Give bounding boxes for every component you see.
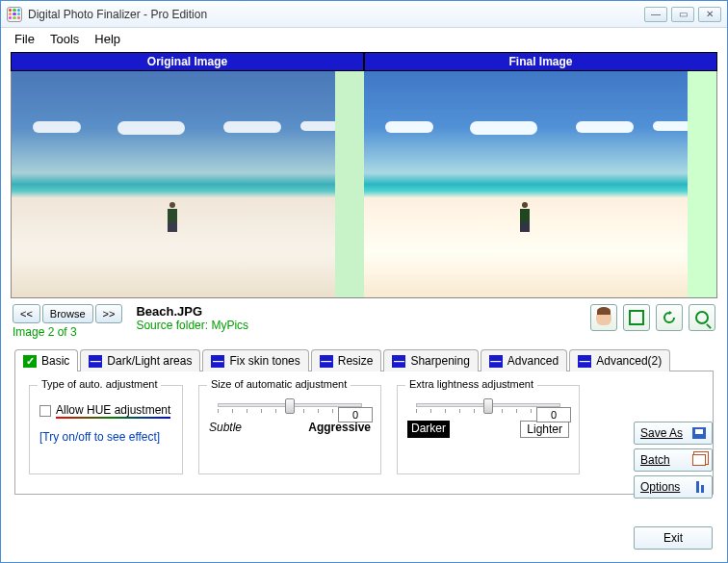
prev-image-button[interactable]: << — [13, 304, 40, 323]
crop-icon — [629, 310, 644, 325]
menu-help[interactable]: Help — [94, 32, 120, 46]
rotate-button[interactable] — [656, 304, 683, 331]
group-title: Extra lightness adjustment — [405, 378, 537, 390]
dash-icon — [489, 355, 503, 368]
light-value-input[interactable]: 0 — [536, 407, 571, 422]
menu-file[interactable]: File — [14, 32, 35, 46]
tab-label: Dark/Light areas — [107, 354, 192, 368]
tab-sharpening[interactable]: Sharpening — [383, 349, 478, 371]
menubar: File Tools Help — [1, 28, 727, 52]
group-lightness-adjustment: Extra lightness adjustment 0 Darker Ligh… — [397, 385, 580, 474]
batch-button[interactable]: Batch — [634, 448, 713, 472]
light-right-label: Lighter — [520, 421, 569, 438]
slider-thumb[interactable] — [285, 398, 295, 414]
crop-button[interactable] — [623, 304, 650, 331]
menu-tools[interactable]: Tools — [50, 32, 79, 46]
original-image-header: Original Image — [11, 52, 364, 71]
allow-hue-checkbox[interactable] — [39, 405, 51, 417]
zoom-icon — [695, 311, 709, 324]
button-label: Options — [640, 480, 680, 494]
close-button[interactable]: ✕ — [698, 7, 721, 22]
toolbar-row: << Browse >> Image 2 of 3 Beach.JPG Sour… — [13, 304, 715, 339]
tab-label: Fix skin tones — [229, 354, 299, 368]
save-as-button[interactable]: Save As — [634, 422, 713, 445]
light-left-label: Darker — [407, 421, 450, 438]
group-size-adjustment: Size of automatic adjustment 0 Subtle Ag… — [198, 385, 381, 474]
tab-skin-tones[interactable]: Fix skin tones — [202, 349, 308, 371]
tab-advanced[interactable]: Advanced — [481, 349, 567, 371]
final-image-header: Final Image — [364, 52, 717, 71]
group-title: Type of auto. adjustment — [38, 378, 161, 390]
allow-hue-label: Allow HUE adjustment — [56, 403, 170, 419]
face-button[interactable] — [590, 304, 617, 331]
slider-thumb[interactable] — [483, 398, 493, 414]
titlebar: Digital Photo Finalizer - Pro Edition — … — [1, 1, 727, 28]
window-title: Digital Photo Finalizer - Pro Edition — [28, 8, 644, 21]
original-image-panel — [12, 71, 364, 297]
source-folder-label: Source folder: MyPics — [136, 319, 248, 332]
zoom-button[interactable] — [689, 304, 715, 331]
tab-row: Basic Dark/Light areas Fix skin tones Re… — [14, 348, 714, 371]
final-image-panel — [364, 71, 716, 297]
tab-label: Basic — [41, 354, 69, 368]
options-icon — [694, 481, 706, 493]
disk-icon — [692, 427, 706, 439]
group-title: Size of automatic adjustment — [207, 378, 351, 390]
tab-content-basic: Type of auto. adjustment Allow HUE adjus… — [14, 371, 714, 495]
size-left-label: Subtle — [209, 421, 242, 434]
tab-label: Advanced(2) — [596, 354, 662, 368]
batch-icon — [692, 454, 706, 466]
dash-icon — [320, 355, 333, 368]
tabs-container: Basic Dark/Light areas Fix skin tones Re… — [14, 348, 714, 495]
group-type-adjustment: Type of auto. adjustment Allow HUE adjus… — [29, 385, 183, 474]
rotate-icon — [662, 310, 677, 325]
dash-icon — [578, 355, 591, 368]
check-icon — [23, 355, 37, 368]
browse-button[interactable]: Browse — [42, 304, 93, 323]
preview-area: Original Image Final Image — [11, 52, 717, 298]
dash-icon — [89, 355, 102, 368]
tab-label: Advanced — [507, 354, 559, 368]
face-icon — [596, 310, 611, 325]
dash-icon — [211, 355, 224, 368]
tab-dark-light[interactable]: Dark/Light areas — [80, 349, 200, 371]
exit-button[interactable]: Exit — [634, 526, 713, 550]
tab-label: Sharpening — [410, 354, 469, 368]
minimize-button[interactable]: — — [644, 7, 667, 22]
tab-label: Resize — [338, 354, 374, 368]
filename-label: Beach.JPG — [136, 304, 248, 319]
button-label: Batch — [640, 453, 670, 467]
tab-basic[interactable]: Basic — [14, 349, 78, 371]
hue-hint: [Try on/off to see effect] — [39, 430, 172, 444]
tab-advanced-2[interactable]: Advanced(2) — [569, 349, 670, 371]
next-image-button[interactable]: >> — [95, 304, 123, 323]
maximize-button[interactable]: ▭ — [671, 7, 694, 22]
dash-icon — [392, 355, 405, 368]
app-logo-icon — [7, 7, 22, 22]
tab-resize[interactable]: Resize — [311, 349, 382, 371]
image-counter: Image 2 of 3 — [13, 325, 122, 339]
options-button[interactable]: Options — [634, 475, 713, 499]
button-label: Save As — [640, 426, 683, 440]
size-value-input[interactable]: 0 — [338, 407, 373, 422]
size-right-label: Aggressive — [308, 421, 371, 434]
